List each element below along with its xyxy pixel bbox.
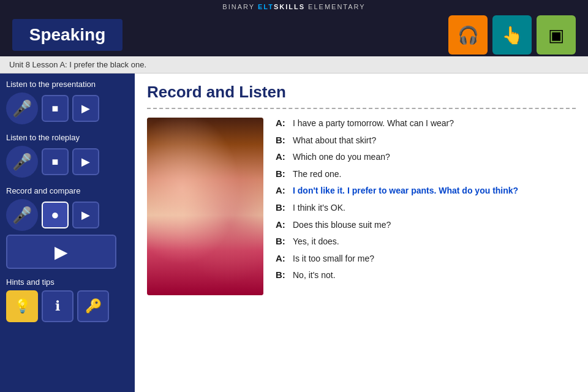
- section-record: Record and compare 🎤 ● ▶ ▶: [6, 186, 129, 269]
- dialogue-line: A:Is it too small for me?: [276, 253, 576, 265]
- header: Speaking 🎧 👆 ▣: [0, 13, 588, 56]
- content-area: Record and Listen A:I have a party tomor…: [135, 74, 588, 392]
- presentation-controls: 🎤 ■ ▶: [6, 92, 129, 124]
- dialogue-line: B:The red one.: [276, 168, 576, 181]
- speaker-label: B:: [276, 202, 289, 213]
- section-hints-label: Hints and tips: [6, 277, 129, 287]
- section-hints: Hints and tips 💡 ℹ 🔑: [6, 277, 129, 322]
- headphones-icon: 🎧: [458, 25, 479, 45]
- speaker-label: B:: [276, 236, 289, 246]
- app-title: Speaking: [12, 19, 123, 51]
- speaker-label: A:: [276, 253, 289, 263]
- speaker-label: B:: [276, 168, 289, 179]
- speech-text: Is it too small for me?: [293, 253, 374, 265]
- speaker-label: B:: [276, 270, 289, 280]
- speaker-label: A:: [276, 219, 289, 230]
- record-speaker-icon: 🎤: [6, 199, 38, 231]
- section-presentation-label: Listen to the presentation: [6, 80, 129, 89]
- info-icon: ℹ: [55, 298, 60, 314]
- record-controls: 🎤 ● ▶: [6, 199, 129, 231]
- hints-controls: 💡 ℹ 🔑: [6, 290, 129, 322]
- presentation-play-btn[interactable]: ▶: [72, 95, 99, 122]
- hints-key-btn[interactable]: 🔑: [77, 290, 109, 322]
- content-image: [147, 118, 263, 295]
- presentation-speaker-icon: 🎤: [6, 92, 38, 124]
- touch-button[interactable]: 👆: [492, 15, 532, 55]
- roleplay-controls: 🎤 ■ ▶: [6, 146, 129, 178]
- play-icon-2: ▶: [81, 155, 90, 168]
- hints-info-btn[interactable]: ℹ: [42, 290, 74, 322]
- audio-button[interactable]: 🎧: [448, 15, 488, 55]
- main-layout: Listen to the presentation 🎤 ■ ▶ Listen …: [0, 74, 588, 392]
- content-title: Record and Listen: [147, 83, 576, 109]
- large-play-btn[interactable]: ▶: [6, 235, 116, 269]
- touch-icon: 👆: [502, 25, 523, 45]
- roleplay-speaker-icon: 🎤: [6, 146, 38, 178]
- speech-text: No, it's not.: [293, 270, 336, 282]
- speaker-label: A:: [276, 151, 289, 162]
- dialogue-line: A:I have a party tomorrow. What can I we…: [276, 118, 576, 130]
- topbar: BINARY ELTSKILLS ELEMENTARY: [0, 0, 588, 13]
- dialogue-line: A:Does this blouse suit me?: [276, 219, 576, 232]
- speaker-label: A:: [276, 118, 289, 128]
- content-body: A:I have a party tomorrow. What can I we…: [147, 118, 576, 295]
- speech-text: What about that skirt?: [293, 135, 376, 147]
- hints-bulb-btn[interactable]: 💡: [6, 290, 38, 322]
- dialogue-line: A:Which one do you mean?: [276, 151, 576, 164]
- header-buttons: 🎧 👆 ▣: [448, 15, 576, 55]
- record-icon: ●: [51, 207, 59, 223]
- breadcrumb: Unit 8 Lesson A: I prefer the black one.: [0, 56, 588, 74]
- brand-text: BINARY ELTSKILLS ELEMENTARY: [222, 3, 365, 10]
- section-presentation: Listen to the presentation 🎤 ■ ▶: [6, 80, 129, 124]
- bulb-icon: 💡: [14, 298, 31, 314]
- speech-text: Which one do you mean?: [293, 151, 390, 164]
- key-icon: 🔑: [85, 298, 102, 314]
- speech-text: Does this blouse suit me?: [293, 219, 391, 232]
- record-play-btn[interactable]: ▶: [72, 202, 99, 228]
- speaker-label: A:: [276, 185, 289, 195]
- section-record-label: Record and compare: [6, 186, 129, 195]
- speaker-label: B:: [276, 135, 289, 145]
- speech-text: I have a party tomorrow. What can I wear…: [293, 118, 454, 130]
- speech-text: The red one.: [293, 168, 341, 181]
- dialogue-line: B:What about that skirt?: [276, 135, 576, 147]
- screen-icon: ▣: [548, 25, 564, 45]
- dialogue-line: B:No, it's not.: [276, 270, 576, 282]
- presentation-stop-btn[interactable]: ■: [42, 95, 69, 122]
- roleplay-play-btn[interactable]: ▶: [72, 148, 99, 175]
- screen-button[interactable]: ▣: [537, 15, 576, 55]
- dialogue-line: A:I don't like it. I prefer to wear pant…: [276, 185, 576, 197]
- stop-icon: ■: [52, 102, 59, 115]
- play-icon: ▶: [81, 102, 90, 115]
- play-icon-3: ▶: [81, 208, 90, 222]
- roleplay-stop-btn[interactable]: ■: [42, 148, 69, 175]
- dialogue: A:I have a party tomorrow. What can I we…: [276, 118, 576, 295]
- large-play-icon: ▶: [55, 242, 68, 262]
- speech-text: I think it's OK.: [293, 202, 345, 214]
- section-roleplay: Listen to the roleplay 🎤 ■ ▶: [6, 133, 129, 178]
- speech-text: I don't like it. I prefer to wear pants.…: [293, 185, 518, 197]
- sidebar: Listen to the presentation 🎤 ■ ▶ Listen …: [0, 74, 135, 392]
- dialogue-line: B:I think it's OK.: [276, 202, 576, 214]
- section-roleplay-label: Listen to the roleplay: [6, 133, 129, 142]
- image-overlay: [147, 118, 263, 295]
- stop-icon-2: ■: [52, 156, 59, 168]
- speech-text: Yes, it does.: [293, 236, 339, 248]
- dialogue-line: B:Yes, it does.: [276, 236, 576, 248]
- record-btn[interactable]: ●: [42, 202, 69, 228]
